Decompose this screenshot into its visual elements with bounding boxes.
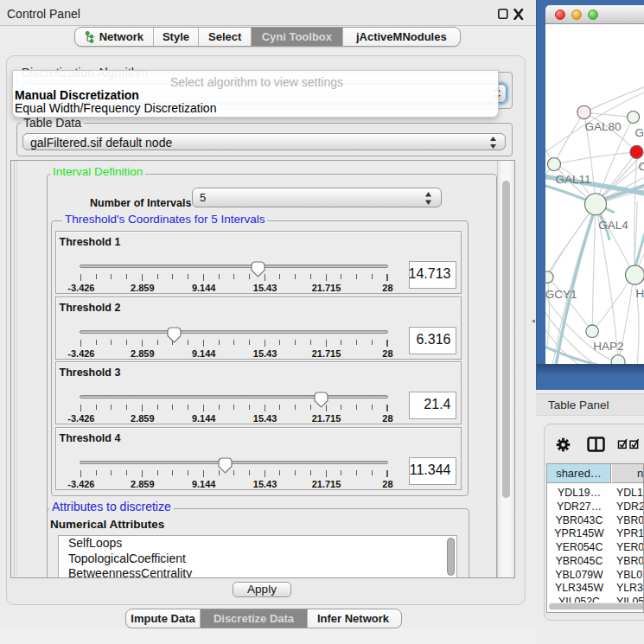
svg-text:GAL4: GAL4	[598, 219, 628, 232]
svg-text:GAL: GAL	[635, 126, 644, 139]
svg-text:GAL11: GAL11	[555, 173, 590, 186]
svg-text:HAP2: HAP2	[593, 340, 623, 353]
svg-text:GCY1: GCY1	[545, 288, 577, 301]
svg-text:H: H	[636, 287, 644, 300]
svg-text:GAL80: GAL80	[584, 120, 621, 133]
svg-text:C: C	[639, 160, 644, 173]
